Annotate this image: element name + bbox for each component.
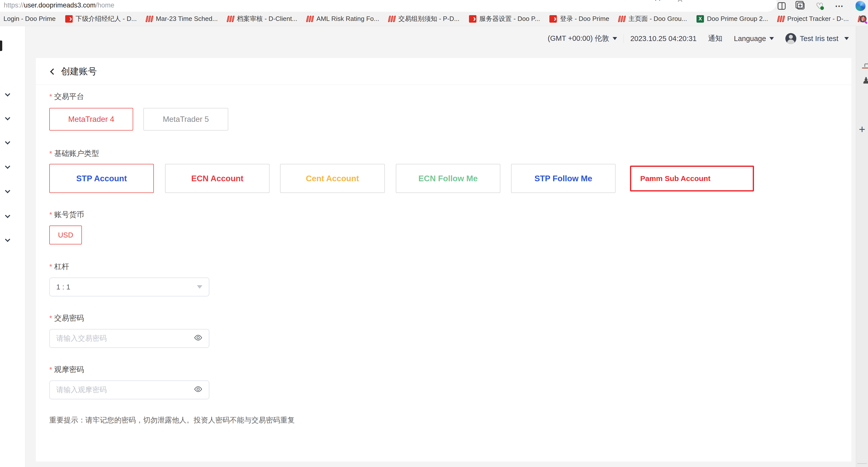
sidebar-menu-chevron-icon[interactable] [5,139,10,144]
trade-password-placeholder: 请输入交易密码 [56,333,107,343]
games-chess-icon[interactable]: ♟ [862,75,868,86]
sidebar-search-icon[interactable] [860,15,867,22]
add-sidebar-icon[interactable]: + [859,125,865,134]
account-type-ecn-follow-me[interactable]: ECN Follow Me [396,164,500,193]
red-app-icon [549,15,557,23]
read-aloud-icon[interactable]: A))) [655,0,664,2]
doo-logo-icon [146,15,153,23]
platform-label: *交易平台 [49,92,84,101]
url-text[interactable]: https://user.dooprimeads3.com/home [4,1,114,9]
bookmark-item[interactable]: XDoo Prime Group 2... [696,15,768,23]
eye-icon[interactable] [194,334,203,343]
back-icon[interactable] [50,68,56,75]
copilot-icon[interactable] [856,1,866,11]
bookmark-item[interactable]: 登录 - Doo Prime [549,14,609,23]
bookmark-item[interactable]: 交易组别须知 - P-D... [389,14,460,23]
view-password-placeholder: 请输入观摩密码 [56,385,107,395]
language-selector[interactable]: Language [734,35,774,43]
required-asterisk: * [49,314,52,322]
bookmark-item[interactable]: 主页面 - Doo Grou... [619,14,687,23]
doo-logo-icon [307,15,313,23]
currency-option-usd[interactable]: USD [49,226,82,244]
chevron-down-icon [769,37,774,40]
required-asterisk: * [49,149,52,158]
chevron-down-icon [613,37,617,40]
create-account-card: 创建账号 *交易平台 MetaTrader 4 MetaTrader 5 *基础… [36,58,851,462]
edge-side-rail: ♟ + [856,26,868,467]
leverage-label: *杠杆 [49,262,69,271]
chevron-down-icon [844,37,849,40]
view-password-label: *观摩密码 [49,365,84,374]
bookmark-item[interactable]: Project Tracker - D-... [778,15,849,23]
select-caret-icon [197,285,203,289]
title-divider [36,85,851,85]
sidebar-menu-chevron-icon[interactable] [5,213,10,218]
datetime-display: 2023.10.25 04:20:31 [630,35,696,43]
notifications-link[interactable]: 通知 [708,34,722,43]
currency-label: *账号货币 [49,210,84,220]
browser-essentials-icon[interactable]: ♡ [816,1,824,11]
avatar[interactable] [785,33,796,44]
password-hint: 重要提示：请牢记您的密码，切勿泄露他人。投资人密码不能与交易密码重复 [49,415,295,425]
account-type-stp[interactable]: STP Account [49,164,154,193]
sidebar-menu-chevron-icon[interactable] [5,91,10,97]
red-app-icon [65,15,73,23]
main-area: ♟ + (GMT +00:00) 伦敦 2023.10.25 04:20:31 … [0,26,868,467]
leverage-select[interactable]: 1 : 1 [49,277,209,296]
timezone-selector[interactable]: (GMT +00:00) 伦敦 [548,34,617,43]
split-screen-icon[interactable] [778,2,785,10]
app-sidebar [0,26,25,467]
bookmark-item[interactable]: AML Risk Rating Fo... [307,15,379,23]
view-password-input[interactable]: 请输入观摩密码 [49,380,209,399]
favorite-star-icon[interactable]: ☆ [676,0,684,4]
red-app-icon [469,15,476,23]
bookmarks-bar: Login - Doo Prime 下级介绍经纪人 - D... Mar-23 … [0,12,868,26]
eye-icon[interactable] [194,386,203,394]
doo-logo-icon [619,15,625,23]
doo-logo-icon [389,15,395,23]
sidebar-menu-chevron-icon[interactable] [5,237,10,242]
bookmark-item[interactable]: 档案审核 - D-Client... [227,14,298,23]
page-header: (GMT +00:00) 伦敦 2023.10.25 04:20:31 通知 L… [548,33,849,44]
user-menu[interactable]: Test Iris test [800,35,849,43]
bookmark-item[interactable]: Mar-23 Time Sched... [146,15,218,23]
settings-more-icon[interactable]: ⋯ [835,1,844,11]
account-type-ecn[interactable]: ECN Account [165,164,270,193]
required-asterisk: * [49,365,52,373]
account-type-label: *基础账户类型 [49,148,99,158]
required-asterisk: * [49,92,52,100]
platform-option-mt5[interactable]: MetaTrader 5 [144,108,228,131]
bookmark-item[interactable]: 下级介绍经纪人 - D... [65,14,137,23]
bookmark-item[interactable]: Login - Doo Prime [3,15,56,23]
doo-logo-icon [227,15,234,23]
required-asterisk: * [49,210,52,219]
side-rail-divider [857,463,867,464]
trade-password-label: *交易密码 [49,313,84,323]
sidebar-menu-chevron-icon[interactable] [5,164,10,169]
sidebar-menu-chevron-icon[interactable] [5,115,10,120]
required-asterisk: * [49,262,52,271]
collections-icon[interactable] [797,2,805,9]
address-bar[interactable]: https://user.dooprimeads3.com/home A))) … [0,0,777,12]
account-type-stp-follow-me[interactable]: STP Follow Me [511,164,616,193]
browser-top-bar: https://user.dooprimeads3.com/home A))) … [0,0,868,12]
logo-fragment [0,40,2,51]
sidebar-menu-chevron-icon[interactable] [5,188,10,193]
platform-option-mt4[interactable]: MetaTrader 4 [49,108,133,131]
account-type-cent[interactable]: Cent Account [280,164,385,193]
page-title: 创建账号 [61,65,97,77]
doo-logo-icon [778,15,784,23]
bookmark-item[interactable]: 服务器设置 - Doo P... [469,14,540,23]
account-type-pamm-sub[interactable]: Pamm Sub Account [630,166,754,192]
excel-icon: X [696,15,704,23]
trade-password-input[interactable]: 请输入交易密码 [49,329,209,348]
